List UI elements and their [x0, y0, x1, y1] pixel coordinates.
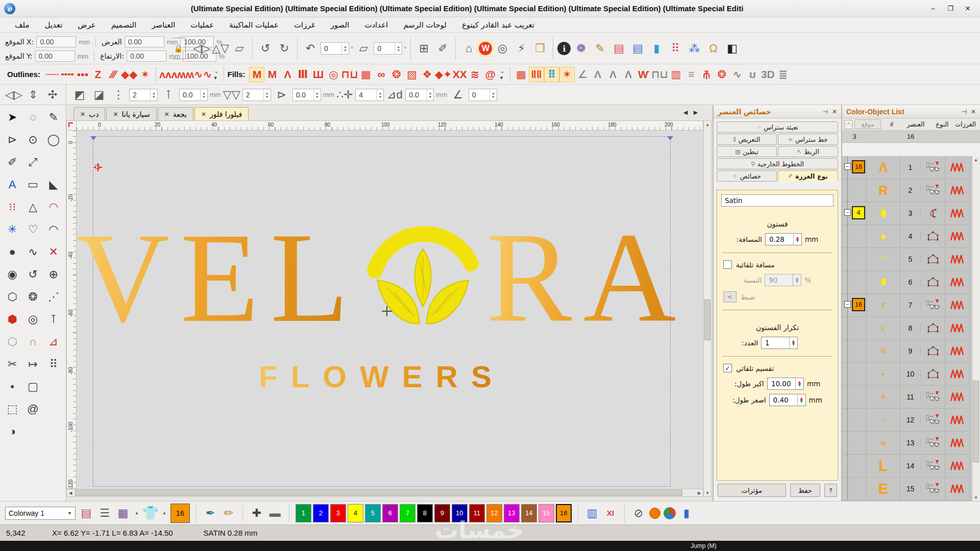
angle-d-icon[interactable]: ⊿d: [386, 85, 403, 105]
thread-chip-4[interactable]: 4: [348, 504, 363, 522]
object-thumbnail[interactable]: R: [867, 179, 900, 202]
tab-close-icon[interactable]: ✕: [201, 111, 206, 118]
outline-zigzag-icon[interactable]: Z: [90, 67, 106, 82]
object-thumbnail[interactable]: ◠: [867, 248, 900, 270]
tool-hexagon[interactable]: ⬡: [2, 288, 22, 306]
object-row-7[interactable]: −16F7: [842, 294, 973, 317]
array-count-input[interactable]: 4▲▼: [355, 89, 384, 101]
fill-motif-rings-icon[interactable]: ∞: [374, 67, 389, 82]
skew-angle-icon[interactable]: ▱: [355, 38, 372, 59]
fill-contour-arc-icon[interactable]: ≋: [468, 67, 483, 82]
scroll-up-icon[interactable]: ▲: [704, 121, 711, 128]
effect-wheel-icon[interactable]: ❂: [714, 67, 729, 82]
outline-dash-icon[interactable]: ╍╍: [60, 67, 75, 82]
design-letters-vel[interactable]: VEL: [77, 213, 360, 342]
effect-3d-icon[interactable]: 3D: [760, 67, 775, 82]
tab-close-icon[interactable]: ✕: [80, 111, 85, 118]
angle-spacing-input[interactable]: 0.0▲▼: [405, 89, 434, 101]
save-button[interactable]: حفظ: [790, 484, 820, 497]
object-row-9[interactable]: O9: [842, 340, 973, 363]
object-thumbnail[interactable]: L: [867, 317, 900, 339]
home-icon[interactable]: ⌂: [460, 38, 477, 59]
thread-chip-6[interactable]: 6: [382, 504, 398, 522]
tool-hexagon-light[interactable]: ⬡: [2, 333, 22, 351]
menu-item-8[interactable]: الصور: [323, 17, 357, 32]
tool-lettering[interactable]: A: [2, 176, 22, 194]
thread-chip-14[interactable]: 14: [521, 504, 537, 522]
thread-chip-7[interactable]: 7: [400, 504, 415, 522]
outline-triple-icon[interactable]: ʍʍ: [177, 67, 194, 82]
embroidery-design[interactable]: VEL RA FLOWERS: [93, 213, 670, 394]
menu-item-0[interactable]: ملف: [7, 17, 37, 32]
object-row-13[interactable]: w13: [842, 432, 973, 455]
row-spacing-input[interactable]: 0.0▲▼: [179, 89, 208, 101]
object-thumbnail[interactable]: L: [867, 455, 900, 477]
close-panel-icon[interactable]: ✕: [832, 108, 837, 115]
team-design-icon[interactable]: ⁂: [685, 38, 703, 59]
thread-chip-5[interactable]: 5: [365, 504, 381, 522]
stagger-input[interactable]: 0▲▼: [469, 89, 497, 101]
no-color-icon[interactable]: ⊘: [631, 505, 646, 522]
fill-hatch-icon[interactable]: ▨: [404, 67, 420, 82]
array-points-icon[interactable]: ∴✛: [336, 85, 353, 105]
product-tshirt-icon[interactable]: 👕: [143, 505, 158, 522]
stamp-icon[interactable]: Ω: [704, 38, 722, 59]
object-thumbnail[interactable]: F: [867, 294, 900, 316]
tool-circle-ring[interactable]: ◉: [2, 265, 22, 284]
object-thumbnail[interactable]: R: [867, 386, 900, 408]
thread-chip-10[interactable]: 10: [452, 504, 468, 522]
scroll-up-icon[interactable]: ▲: [972, 156, 979, 163]
width-input[interactable]: 0.00: [125, 36, 164, 47]
kaleidoscope-a-icon[interactable]: ◩: [71, 85, 88, 105]
design-flower-icon[interactable]: ❁: [572, 38, 590, 59]
skew-icon[interactable]: ▱: [231, 38, 248, 59]
object-row-12[interactable]: ▪12: [842, 409, 973, 432]
tool-squiggle[interactable]: ∿: [22, 243, 43, 261]
tool-node-delete[interactable]: ✕: [43, 243, 64, 261]
document-tab-1[interactable]: ✕سيارة يانا: [106, 107, 156, 120]
column-spacing-icon[interactable]: ⊳: [273, 85, 290, 105]
thread-chip-15[interactable]: 15: [538, 504, 554, 522]
tool-rainbow[interactable]: ◠: [43, 198, 64, 216]
effect-wave-m-icon[interactable]: ∿: [729, 67, 745, 82]
mirror-columns-icon[interactable]: ▽▽: [223, 85, 240, 105]
effect-rays-icon[interactable]: ⫚: [699, 67, 714, 82]
tool-columns[interactable]: ⁝⁝: [2, 198, 22, 216]
design-word-velora[interactable]: VEL RA: [77, 213, 687, 342]
collapse-group-icon[interactable]: −: [844, 301, 851, 308]
scroll-down-icon[interactable]: ▼: [972, 494, 979, 501]
object-thumbnail[interactable]: ◆: [867, 225, 900, 247]
pin-icon[interactable]: ⊣: [961, 108, 966, 115]
tool-path-dots[interactable]: ⋰: [43, 288, 64, 306]
tab-outlines[interactable]: ⚲الخطوط الخارجية: [717, 158, 838, 169]
tool-magic-wand[interactable]: ✐: [2, 153, 22, 171]
tool-dashed-square[interactable]: ▢: [22, 378, 43, 396]
color-group-chip[interactable]: 4: [852, 206, 865, 219]
list-vertical-scrollbar[interactable]: ▲ ▼: [972, 156, 980, 501]
fill-weave-icon[interactable]: ▦: [358, 67, 374, 82]
effect-loops-icon[interactable]: ʊ: [745, 67, 760, 82]
collapse-all-icon[interactable]: ^: [844, 120, 852, 129]
rotate-cw-icon[interactable]: ↻: [276, 38, 293, 59]
skew-angle-input[interactable]: 0▲▼: [374, 42, 402, 55]
tool-loop[interactable]: ↺: [22, 265, 43, 284]
menu-item-1[interactable]: تعديل: [37, 17, 70, 32]
effect-angle-fan-icon[interactable]: ∠: [575, 67, 590, 82]
auto-split-checkbox[interactable]: ✓: [723, 364, 732, 372]
object-thumbnail[interactable]: Λ: [867, 156, 900, 179]
undo-rotate-icon[interactable]: ↶: [302, 38, 319, 59]
spacing-input[interactable]: 0.28 ▲▼: [765, 233, 802, 245]
outline-run-icon[interactable]: ʌʌʌ: [159, 67, 177, 82]
wilcom-workspace-icon[interactable]: W: [479, 42, 492, 55]
tool-swirl[interactable]: @: [22, 400, 43, 418]
outline-diamond-icon[interactable]: ◆◆: [121, 67, 137, 82]
mirror-vertical-icon[interactable]: △▽: [212, 38, 229, 59]
tool-shapes[interactable]: ♡: [22, 220, 43, 239]
outline-star-icon[interactable]: ✶: [137, 67, 153, 82]
color-list-icon[interactable]: ☰: [97, 505, 112, 522]
effect-smart-corner-c-icon[interactable]: Λ: [621, 67, 636, 82]
auto-spacing-checkbox[interactable]: [723, 260, 732, 269]
object-row-11[interactable]: R11: [842, 386, 973, 409]
fill-satin-raised-icon[interactable]: M: [264, 67, 280, 82]
object-row-15[interactable]: E15: [842, 478, 973, 500]
